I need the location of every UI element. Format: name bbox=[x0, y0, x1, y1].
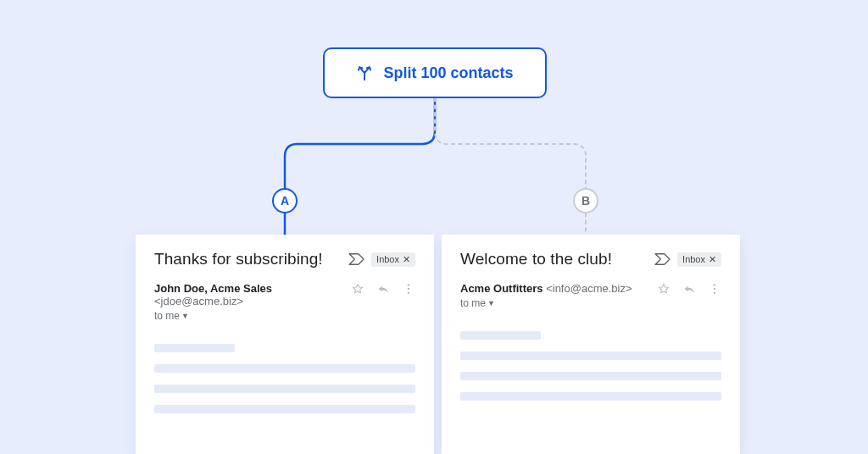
svg-point-2 bbox=[408, 291, 409, 293]
svg-point-1 bbox=[408, 288, 409, 290]
email-preview-b: Welcome to the club! Inbox ✕ Acme Outfit… bbox=[442, 235, 740, 454]
variant-b-letter: B bbox=[581, 194, 590, 208]
split-arrows-icon bbox=[356, 64, 373, 81]
close-icon[interactable]: ✕ bbox=[709, 254, 716, 265]
sender-email: <jdoe@acme.biz> bbox=[154, 295, 243, 307]
reply-icon[interactable] bbox=[682, 282, 696, 296]
sender-line: John Doe, Acme Sales <jdoe@acme.biz> bbox=[154, 282, 344, 307]
svg-point-4 bbox=[714, 288, 715, 290]
variant-label-b[interactable]: B bbox=[573, 188, 598, 213]
variant-label-a[interactable]: A bbox=[272, 188, 298, 213]
chevron-down-icon: ▼ bbox=[181, 312, 189, 320]
sender-email: <info@acme.biz> bbox=[546, 282, 632, 295]
category-marker-icon[interactable] bbox=[348, 252, 366, 267]
recipient-text: to me bbox=[154, 310, 180, 322]
close-icon[interactable]: ✕ bbox=[403, 254, 410, 265]
recipient-dropdown[interactable]: to me ▼ bbox=[154, 310, 344, 322]
split-node-label: Split 100 contacts bbox=[383, 64, 513, 82]
more-icon[interactable] bbox=[708, 282, 721, 296]
svg-point-3 bbox=[714, 284, 715, 285]
inbox-label-chip[interactable]: Inbox ✕ bbox=[371, 252, 415, 267]
more-icon[interactable] bbox=[402, 282, 415, 296]
split-node[interactable]: Split 100 contacts bbox=[323, 47, 547, 98]
svg-point-5 bbox=[714, 291, 715, 293]
inbox-label-text: Inbox bbox=[682, 254, 705, 264]
star-icon[interactable] bbox=[657, 282, 670, 296]
email-subject: Thanks for subscribing! bbox=[154, 250, 323, 269]
chevron-down-icon: ▼ bbox=[487, 299, 495, 307]
variant-a-letter: A bbox=[281, 194, 289, 208]
sender-line: Acme Outfitters <info@acme.biz> bbox=[460, 282, 632, 295]
star-icon[interactable] bbox=[351, 282, 364, 296]
category-marker-icon[interactable] bbox=[654, 252, 672, 267]
email-body-placeholder bbox=[460, 331, 721, 401]
sender-name: Acme Outfitters bbox=[460, 282, 543, 295]
svg-point-0 bbox=[408, 284, 409, 285]
reply-icon[interactable] bbox=[376, 282, 390, 296]
inbox-label-text: Inbox bbox=[376, 254, 399, 264]
sender-name: John Doe, Acme Sales bbox=[154, 282, 272, 295]
email-subject: Welcome to the club! bbox=[460, 250, 612, 269]
recipient-text: to me bbox=[460, 297, 486, 309]
inbox-label-chip[interactable]: Inbox ✕ bbox=[677, 252, 721, 267]
email-body-placeholder bbox=[154, 344, 415, 413]
recipient-dropdown[interactable]: to me ▼ bbox=[460, 297, 632, 309]
email-preview-a: Thanks for subscribing! Inbox ✕ John Doe… bbox=[136, 235, 434, 454]
